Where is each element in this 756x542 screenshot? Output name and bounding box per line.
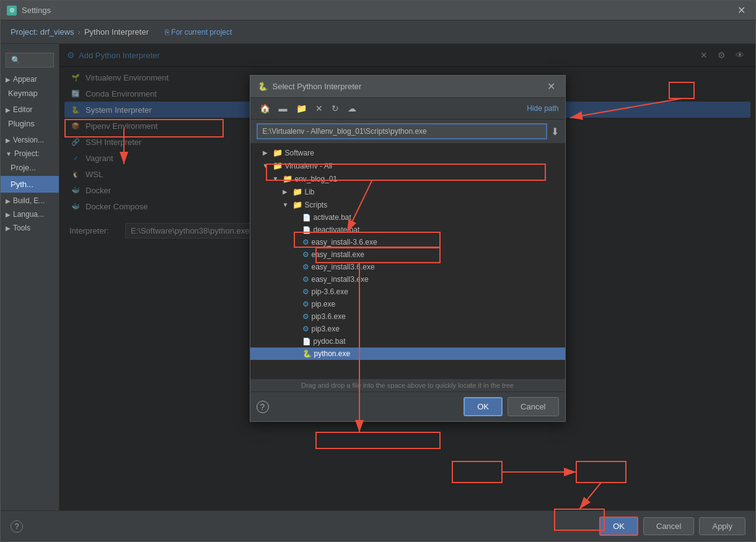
tree-item-label: Software — [285, 149, 314, 157]
select-interpreter-dialog: 🐍 Select Python Interpreter ✕ 🏠 ▬ 📁 ✕ ↻ — [250, 75, 566, 422]
tree-item-scripts[interactable]: ▼ 📁 Scripts — [250, 198, 565, 211]
sidebar-item-version[interactable]: ▶ Version... — [1, 132, 59, 146]
sidebar-item-label: Proje... — [11, 163, 36, 172]
dialog-path-input[interactable] — [257, 123, 547, 139]
tree-item-pip3-6[interactable]: ⚙ pip3.6.exe — [250, 310, 565, 323]
dialog-title: 🐍 Select Python Interpreter — [258, 82, 362, 91]
file-icon: 📄 — [302, 226, 311, 234]
hide-path-button[interactable]: Hide path — [527, 104, 558, 113]
tree-item-env-blog-01[interactable]: ▼ 📁 env_blog_01 — [250, 172, 565, 185]
expand-arrow-icon: ▶ — [6, 137, 11, 144]
tree-item-easy-install3-6[interactable]: ⚙ easy_install3.6.exe — [250, 261, 565, 273]
breadcrumb-current: Python Interpreter — [84, 27, 149, 37]
sidebar-item-editor[interactable]: ▶ Editor — [1, 102, 59, 115]
help-circle-button[interactable]: ? — [11, 520, 23, 533]
help-button[interactable]: ? — [257, 401, 269, 413]
tree-item-easy-install3[interactable]: ⚙ easy_install3.exe — [250, 273, 565, 286]
apply-button[interactable]: Apply — [699, 517, 745, 535]
sidebar-item-label: Editor — [13, 105, 32, 114]
breadcrumb-project[interactable]: Project: drf_views — [11, 27, 74, 37]
tree-item-activate-bat[interactable]: 📄 activate.bat — [250, 211, 565, 224]
tree-item-pydoc-bat[interactable]: 📄 pydoc.bat — [250, 335, 565, 347]
header-bar: Project: drf_views › Python Interpreter … — [1, 20, 755, 44]
for-current-project-link[interactable]: ⎘ For current project — [165, 28, 232, 37]
exe-icon: ⚙ — [302, 300, 309, 308]
dialog-close-button[interactable]: ✕ — [545, 81, 558, 92]
bottom-bar: ? OK Cancel Apply — [1, 510, 755, 541]
tree-arrow-icon: ▶ — [283, 188, 290, 195]
tree-arrow-icon: ▼ — [263, 162, 270, 169]
search-bar: 🔍 — [1, 49, 59, 71]
sidebar-item-tools[interactable]: ▶ Tools — [1, 220, 59, 234]
cloud-button[interactable]: ☁ — [345, 102, 359, 115]
expand-arrow-icon: ▼ — [6, 151, 12, 157]
sidebar-item-project[interactable]: ▼ Project: — [1, 146, 59, 159]
tree-item-label: env_blog_01 — [295, 175, 338, 183]
download-button[interactable]: ⬇ — [551, 126, 559, 138]
tree-item-easy-install[interactable]: ⚙ easy_install.exe — [250, 248, 565, 261]
tree-item-python-exe[interactable]: 🐍 python.exe — [250, 347, 565, 360]
dialog-overlay: 🐍 Select Python Interpreter ✕ 🏠 ▬ 📁 ✕ ↻ — [59, 44, 755, 510]
sidebar-item-label: Keymap — [8, 89, 38, 98]
home-button[interactable]: 🏠 — [257, 102, 273, 115]
tree-arrow-icon: ▼ — [283, 201, 290, 208]
tree-item-deactivate-bat[interactable]: 📄 deactivate.bat — [250, 224, 565, 236]
tree-item-label: pydoc.bat — [314, 337, 346, 346]
dialog-ok-button[interactable]: OK — [464, 397, 503, 416]
tree-item-label: Scripts — [305, 201, 328, 209]
sidebar-item-label: Langua... — [13, 210, 44, 219]
tree-item-easy-install-36[interactable]: ⚙ easy_install-3.6.exe — [250, 236, 565, 248]
exe-icon: ⚙ — [302, 275, 309, 284]
refresh-button[interactable]: ↻ — [328, 102, 342, 115]
file-tree[interactable]: ▶ 📁 Software ▼ 📁 Virtualenv - All ▼ 📁 — [250, 144, 565, 379]
sidebar-item-build[interactable]: ▶ Build, E... — [1, 193, 59, 206]
sidebar-item-label: Build, E... — [13, 196, 45, 205]
app-icon: ⚙ — [7, 6, 17, 15]
dialog-cancel-button[interactable]: Cancel — [508, 397, 558, 416]
sidebar-item-keymap[interactable]: Keymap — [1, 85, 59, 102]
exe-icon: ⚙ — [302, 325, 309, 333]
dialog-bottom-buttons: OK Cancel — [464, 397, 558, 416]
sidebar-item-appearance[interactable]: ▶ Appear — [1, 71, 59, 85]
ok-button[interactable]: OK — [599, 517, 638, 536]
window-close-button[interactable]: ✕ — [734, 3, 749, 17]
tree-item-pip[interactable]: ⚙ pip.exe — [250, 298, 565, 310]
tree-item-virtualenv-all[interactable]: ▼ 📁 Virtualenv - All — [250, 159, 565, 172]
settings-window: ⚙ Settings ✕ Project: drf_views › Python… — [0, 0, 756, 542]
expand-arrow-icon: ▶ — [6, 225, 11, 232]
expand-arrow-icon: ▶ — [6, 211, 11, 218]
tree-item-label: pip3.exe — [312, 325, 340, 333]
exe-icon: ⚙ — [302, 287, 309, 296]
breadcrumb-separator: › — [78, 27, 81, 37]
sidebar-item-python-interpreter[interactable]: Pyth... — [1, 176, 59, 193]
file-icon: 📄 — [302, 338, 311, 346]
tree-item-label: easy_install3.exe — [312, 275, 369, 284]
sidebar: 🔍 ▶ Appear Keymap ▶ Editor Plugins ▶ Ver… — [1, 44, 59, 510]
tree-item-pip-36[interactable]: ⚙ pip-3.6.exe — [250, 286, 565, 298]
exe-icon: ⚙ — [302, 250, 309, 259]
main-panel: ⚙ Add Python Interpreter ✕ ⚙ 👁 🌱 Virtual… — [59, 44, 755, 510]
dialog-bottom: ? OK Cancel — [250, 391, 565, 421]
expand-arrow-icon: ▶ — [6, 107, 11, 113]
sidebar-item-project-deps[interactable]: Proje... — [1, 159, 59, 176]
title-bar: ⚙ Settings ✕ — [1, 1, 755, 20]
tree-item-software[interactable]: ▶ 📁 Software — [250, 146, 565, 159]
sidebar-item-language[interactable]: ▶ Langua... — [1, 206, 59, 220]
search-input[interactable]: 🔍 — [6, 53, 54, 68]
folder-icon: 📁 — [292, 200, 302, 209]
tree-item-pip3[interactable]: ⚙ pip3.exe — [250, 323, 565, 335]
sidebar-item-plugins[interactable]: Plugins — [1, 115, 59, 132]
sidebar-item-label: Version... — [13, 136, 44, 144]
cancel-button[interactable]: Cancel — [643, 517, 694, 535]
tree-arrow-icon: ▶ — [263, 149, 270, 156]
sidebar-item-label: Plugins — [8, 119, 35, 128]
exe-icon: ⚙ — [302, 312, 309, 321]
sidebar-item-label: Tools — [13, 224, 30, 232]
folder-icon: 📁 — [273, 161, 283, 170]
tree-item-lib[interactable]: ▶ 📁 Lib — [250, 185, 565, 198]
parent-folder-button[interactable]: ▬ — [276, 102, 291, 115]
dialog-title-text: Select Python Interpreter — [273, 82, 362, 91]
new-folder-button[interactable]: 📁 — [293, 102, 310, 115]
python-exe-icon: 🐍 — [302, 349, 312, 358]
delete-button[interactable]: ✕ — [312, 102, 326, 115]
